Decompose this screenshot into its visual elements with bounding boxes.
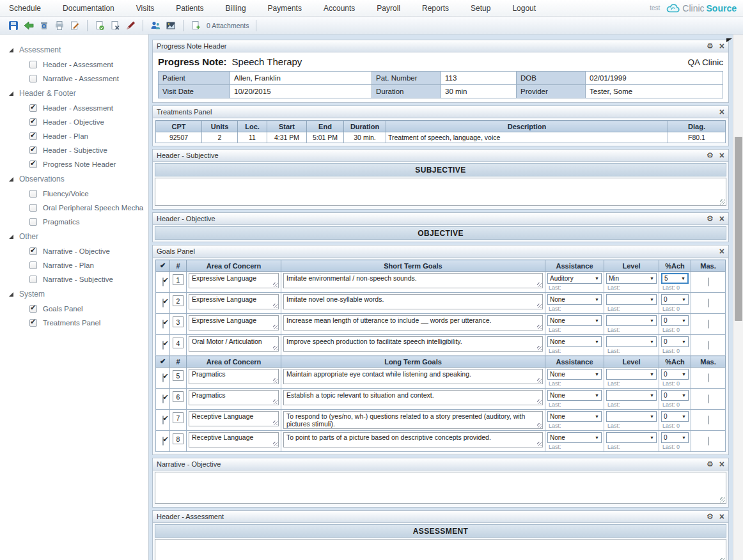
tree-section-observations[interactable]: Observations [0, 171, 148, 187]
section-checkbox[interactable] [29, 118, 37, 126]
gear-icon[interactable]: ⚙ [707, 460, 714, 468]
assistance-select[interactable]: None▼ [547, 369, 602, 380]
vertical-scrollbar[interactable] [733, 35, 743, 560]
close-icon[interactable]: × [719, 151, 724, 160]
goal-text-input[interactable]: To respond to (yes/no, wh-) questions re… [283, 411, 543, 429]
sidebar-item-header-assessment[interactable]: Header - Assessment [0, 58, 148, 72]
percent-achieved-select[interactable]: 0▼ [661, 432, 689, 443]
goal-text-input[interactable]: Maintain appropriate eye contact while l… [283, 369, 543, 384]
tree-section-header-footer[interactable]: Header & Footer [0, 86, 148, 101]
gear-icon[interactable]: ⚙ [707, 215, 714, 222]
close-icon[interactable]: × [719, 107, 724, 116]
assistance-select[interactable]: None▼ [547, 432, 602, 443]
gear-icon[interactable]: ⚙ [707, 152, 714, 159]
section-checkbox[interactable] [29, 247, 37, 255]
section-checkbox[interactable] [29, 61, 37, 68]
level-select[interactable]: ▼ [606, 336, 657, 347]
level-select[interactable]: Min▼ [606, 273, 657, 284]
menu-item-payroll[interactable]: Payroll [377, 4, 400, 13]
assistance-select[interactable]: None▼ [547, 336, 602, 347]
narrative-objective-textarea[interactable] [155, 472, 726, 504]
sign-icon[interactable] [125, 20, 136, 31]
goal-include-checkbox[interactable] [162, 416, 164, 424]
section-checkbox[interactable] [29, 305, 37, 313]
sidebar-item-header-objective[interactable]: Header - Objective [0, 115, 148, 129]
menu-item-patients[interactable]: Patients [176, 4, 203, 13]
section-checkbox[interactable] [29, 261, 37, 269]
goal-text-input[interactable]: Imitate environmental / non-speech sound… [283, 273, 543, 288]
area-of-concern-input[interactable]: Pragmatics [189, 369, 279, 384]
assistance-select[interactable]: None▼ [547, 315, 602, 326]
assessment-textarea[interactable] [155, 539, 726, 560]
delete-icon[interactable] [38, 20, 50, 31]
goal-include-checkbox[interactable] [162, 437, 164, 446]
tree-section-other[interactable]: Other [0, 229, 148, 244]
menu-item-visits[interactable]: Visits [136, 4, 154, 13]
percent-achieved-select[interactable]: 0▼ [661, 315, 689, 326]
tree-expand-icon[interactable] [9, 177, 13, 182]
area-of-concern-input[interactable]: Expressive Language [189, 273, 279, 288]
percent-achieved-select[interactable]: 0▼ [661, 336, 689, 347]
percent-achieved-select[interactable]: 0▼ [661, 411, 689, 422]
menu-item-accounts[interactable]: Accounts [324, 4, 355, 13]
sidebar-item-treatments-panel[interactable]: Treatments Panel [0, 316, 148, 330]
assistance-select[interactable]: None▼ [547, 390, 602, 401]
section-checkbox[interactable] [29, 75, 37, 82]
area-of-concern-input[interactable]: Expressive Language [189, 294, 279, 309]
close-icon[interactable]: × [719, 460, 724, 469]
goal-text-input[interactable]: Increase mean length of utterance to inc… [283, 315, 543, 331]
section-checkbox[interactable] [29, 190, 37, 198]
sidebar-item-pragmatics[interactable]: Pragmatics [0, 215, 148, 229]
print-icon[interactable] [54, 20, 65, 31]
close-icon[interactable]: × [719, 247, 724, 256]
gear-icon[interactable]: ⚙ [707, 513, 714, 520]
mastered-checkbox[interactable] [708, 299, 709, 307]
doc-ok-icon[interactable] [94, 20, 106, 31]
back-icon[interactable] [23, 20, 35, 31]
tree-expand-icon[interactable] [9, 292, 13, 297]
section-checkbox[interactable] [29, 104, 37, 112]
section-checkbox[interactable] [29, 276, 37, 283]
level-select[interactable]: ▼ [606, 315, 657, 326]
goal-include-checkbox[interactable] [162, 277, 164, 286]
mastered-checkbox[interactable] [708, 341, 709, 350]
mastered-checkbox[interactable] [708, 277, 709, 286]
menu-item-billing[interactable]: Billing [226, 4, 246, 13]
save-icon[interactable] [8, 20, 19, 31]
sidebar-item-progress-note-header[interactable]: Progress Note Header [0, 157, 148, 171]
area-of-concern-input[interactable]: Receptive Language [189, 411, 279, 426]
level-select[interactable]: ▼ [606, 369, 657, 380]
goal-text-input[interactable]: Improve speech production to facilitate … [283, 336, 543, 352]
area-of-concern-input[interactable]: Pragmatics [189, 390, 279, 405]
subjective-textarea[interactable] [155, 178, 726, 206]
patient-icon[interactable] [150, 20, 161, 31]
goal-include-checkbox[interactable] [162, 320, 164, 329]
tree-expand-icon[interactable] [9, 235, 13, 239]
tree-section-assessment[interactable]: Assessment [0, 42, 148, 58]
close-icon[interactable]: × [719, 512, 724, 521]
area-of-concern-input[interactable]: Oral Motor / Articulation [189, 336, 279, 352]
assistance-select[interactable]: None▼ [547, 411, 602, 422]
assistance-select[interactable]: None▼ [547, 294, 602, 305]
section-checkbox[interactable] [29, 204, 37, 212]
mastered-checkbox[interactable] [708, 320, 709, 329]
edit-note-icon[interactable] [69, 20, 81, 31]
sidebar-item-narrative-plan[interactable]: Narrative - Plan [0, 258, 148, 272]
goal-text-input[interactable]: Imitate novel one-syllable words. [283, 294, 543, 309]
gear-icon[interactable]: ⚙ [707, 42, 714, 50]
sidebar-item-fluency-voice[interactable]: Fluency/Voice [0, 187, 148, 201]
menu-item-schedule[interactable]: Schedule [9, 4, 41, 13]
level-select[interactable]: ▼ [606, 294, 657, 305]
tree-expand-icon[interactable] [9, 48, 13, 52]
close-icon[interactable]: × [719, 42, 724, 51]
mastered-checkbox[interactable] [708, 437, 709, 446]
check-all-icon[interactable]: ✔ [156, 260, 170, 272]
sidebar-item-oral-peripheral-speech-mecha[interactable]: Oral Peripheral Speech Mecha [0, 201, 148, 215]
section-checkbox[interactable] [29, 160, 37, 168]
menu-item-payments[interactable]: Payments [268, 4, 302, 13]
percent-achieved-select[interactable]: 0▼ [661, 390, 689, 401]
goal-text-input[interactable]: To point to parts of a picture based on … [283, 432, 543, 447]
sidebar-item-narrative-objective[interactable]: Narrative - Objective [0, 244, 148, 258]
percent-achieved-select[interactable]: 5▼ [661, 273, 689, 284]
goal-include-checkbox[interactable] [162, 394, 164, 403]
